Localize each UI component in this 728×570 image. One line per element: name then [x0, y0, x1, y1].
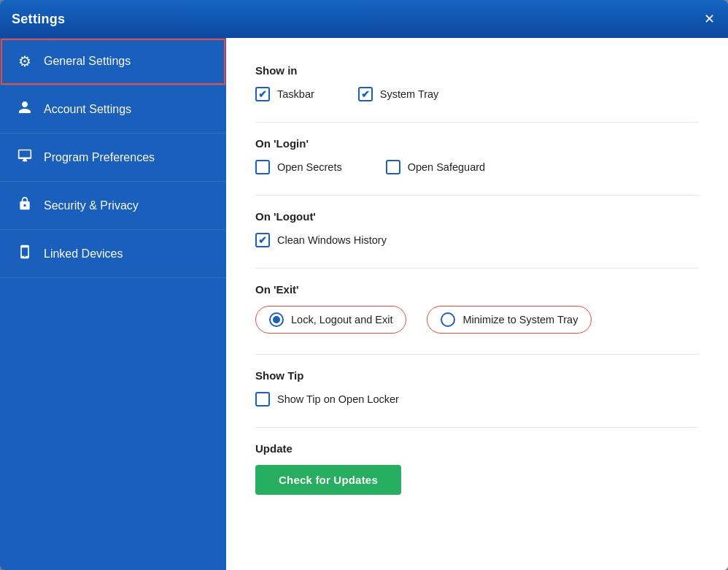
on-logout-title: On 'Logout': [255, 210, 699, 223]
divider-3: [255, 268, 699, 269]
sidebar-item-label: Account Settings: [44, 103, 131, 116]
main-content: Show in ✔ Taskbar ✔ System Tray: [226, 38, 728, 570]
on-login-section: On 'Login' Open Secrets Open Safeguard: [255, 137, 699, 174]
divider-5: [255, 427, 699, 428]
divider-1: [255, 122, 699, 123]
sidebar-item-label: Linked Devices: [44, 247, 123, 261]
on-logout-section: On 'Logout' ✔ Clean Windows History: [255, 210, 699, 247]
system-tray-checkmark: ✔: [361, 88, 370, 100]
divider-4: [255, 354, 699, 355]
monitor-icon: [16, 148, 34, 166]
open-secrets-checkbox[interactable]: [255, 160, 270, 174]
window-title: Settings: [12, 12, 65, 27]
taskbar-label: Taskbar: [277, 88, 314, 100]
update-title: Update: [255, 442, 699, 455]
open-safeguard-checkbox[interactable]: [386, 160, 400, 174]
check-for-updates-button[interactable]: Check for Updates: [255, 465, 401, 495]
on-exit-section: On 'Exit' Lock, Logout and Exit Minimize…: [255, 283, 699, 334]
taskbar-checkbox-item[interactable]: ✔ Taskbar: [255, 87, 314, 101]
divider-2: [255, 195, 699, 196]
show-tip-open-locker-checkbox[interactable]: [255, 392, 270, 407]
update-section: Update Check for Updates: [255, 442, 699, 495]
minimize-system-tray-radio[interactable]: [441, 312, 455, 327]
sidebar-item-security-privacy[interactable]: Security & Privacy: [0, 182, 226, 230]
clean-windows-history-checkbox-item[interactable]: ✔ Clean Windows History: [255, 233, 387, 247]
sidebar-item-label: General Settings: [44, 55, 131, 68]
taskbar-checkmark: ✔: [258, 88, 267, 100]
sidebar-item-linked-devices[interactable]: Linked Devices: [0, 230, 226, 278]
user-icon: [16, 100, 34, 118]
system-tray-checkbox[interactable]: ✔: [358, 87, 373, 101]
sidebar: ⚙ General Settings Account Settings Prog…: [0, 38, 226, 570]
close-button[interactable]: ✕: [700, 10, 718, 28]
on-login-title: On 'Login': [255, 137, 699, 150]
sidebar-item-label: Program Preferences: [44, 151, 155, 164]
clean-windows-history-label: Clean Windows History: [277, 234, 387, 246]
sidebar-item-general-settings[interactable]: ⚙ General Settings: [0, 38, 226, 85]
minimize-system-tray-radio-item[interactable]: Minimize to System Tray: [427, 306, 592, 334]
system-tray-label: System Tray: [380, 88, 439, 100]
devices-icon: [16, 244, 34, 263]
show-tip-section: Show Tip Show Tip on Open Locker: [255, 369, 699, 407]
sidebar-item-account-settings[interactable]: Account Settings: [0, 85, 226, 134]
system-tray-checkbox-item[interactable]: ✔ System Tray: [358, 87, 439, 101]
show-tip-options: Show Tip on Open Locker: [255, 392, 699, 407]
open-secrets-checkbox-item[interactable]: Open Secrets: [255, 160, 342, 174]
taskbar-checkbox[interactable]: ✔: [255, 87, 270, 101]
minimize-system-tray-label: Minimize to System Tray: [462, 314, 578, 326]
lock-icon: [16, 196, 34, 215]
show-in-section: Show in ✔ Taskbar ✔ System Tray: [255, 64, 699, 101]
on-login-options: Open Secrets Open Safeguard: [255, 160, 699, 174]
lock-logout-exit-radio-fill: [273, 316, 280, 323]
gear-icon: ⚙: [16, 53, 34, 70]
lock-logout-exit-radio[interactable]: [269, 312, 284, 327]
titlebar: Settings ✕: [0, 0, 728, 38]
on-exit-title: On 'Exit': [255, 283, 699, 296]
sidebar-item-program-preferences[interactable]: Program Preferences: [0, 134, 226, 182]
clean-windows-history-checkmark: ✔: [258, 234, 267, 246]
show-tip-open-locker-checkbox-item[interactable]: Show Tip on Open Locker: [255, 392, 399, 407]
sidebar-item-label: Security & Privacy: [44, 199, 139, 212]
show-tip-title: Show Tip: [255, 369, 699, 382]
lock-logout-exit-radio-item[interactable]: Lock, Logout and Exit: [255, 306, 406, 334]
show-in-options: ✔ Taskbar ✔ System Tray: [255, 87, 699, 101]
show-in-title: Show in: [255, 64, 699, 77]
on-logout-options: ✔ Clean Windows History: [255, 233, 699, 247]
on-exit-options: Lock, Logout and Exit Minimize to System…: [255, 306, 699, 334]
lock-logout-exit-label: Lock, Logout and Exit: [291, 314, 392, 326]
open-safeguard-label: Open Safeguard: [408, 161, 485, 173]
open-safeguard-checkbox-item[interactable]: Open Safeguard: [386, 160, 485, 174]
show-tip-open-locker-label: Show Tip on Open Locker: [277, 393, 399, 405]
settings-window: Settings ✕ ⚙ General Settings Account Se…: [0, 0, 728, 570]
content-area: ⚙ General Settings Account Settings Prog…: [0, 38, 728, 570]
open-secrets-label: Open Secrets: [277, 161, 342, 173]
clean-windows-history-checkbox[interactable]: ✔: [255, 233, 270, 247]
